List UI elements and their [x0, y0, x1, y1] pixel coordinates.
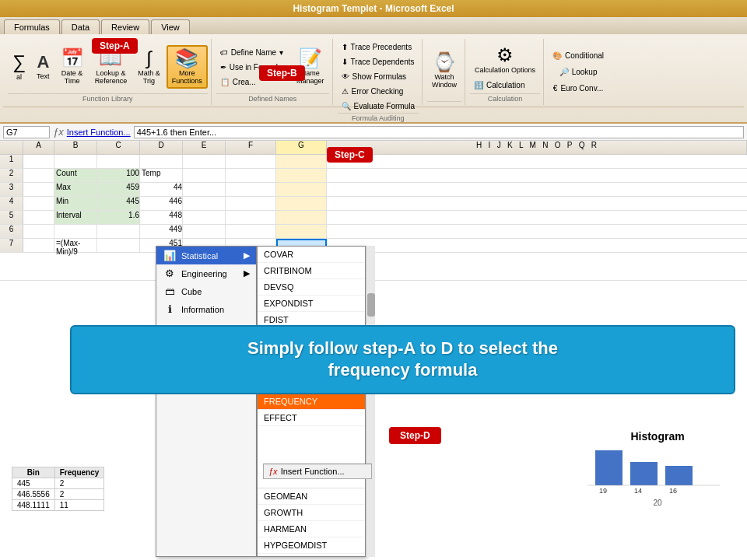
engineering-label: Engineering — [181, 269, 227, 278]
bar-1 — [595, 450, 622, 485]
trace-prec-label: Trace Precedents — [351, 43, 412, 51]
func-scrollbar[interactable] — [366, 246, 375, 557]
col-header-f: F — [226, 141, 276, 154]
statistical-arrow: ▶ — [244, 250, 250, 261]
freq-2: 2 — [54, 489, 104, 500]
cube-label: Cube — [181, 287, 202, 296]
bin-header: Bin — [12, 467, 55, 478]
math-label: Math & Trig — [138, 69, 160, 85]
grid-row-5: 5 Interval 1.6 448 — [0, 211, 747, 225]
func-list: COVAR CRITBINOM DEVSQ EXPONDIST FDIST FI… — [257, 246, 366, 557]
evaluate-icon: 🔍 — [342, 102, 351, 110]
datetime-button[interactable]: 📅 Date & Time — [56, 46, 89, 88]
func-item-devsq[interactable]: DEVSQ — [258, 279, 365, 296]
func-item-geomean[interactable]: GEOMEAN — [258, 488, 365, 505]
text-button[interactable]: A Text — [32, 51, 54, 83]
histogram-title: Histogram — [580, 430, 735, 443]
trace-dependents-button[interactable]: ⬇ Trace Dependents — [338, 55, 419, 68]
use-in-formula-icon: ✒ — [220, 63, 226, 72]
calculation-button[interactable]: 🔢 Calculation — [470, 79, 540, 92]
func-item-effect[interactable]: EFFECT — [258, 410, 365, 426]
more-functions-button[interactable]: 📚 More Functions — [167, 45, 208, 89]
watch-window-button[interactable]: ⌚ Watch Window — [427, 50, 461, 92]
func-list-spacer — [258, 426, 365, 488]
col-header-rest: H I J K L M N O P Q R — [327, 141, 747, 154]
count-label-cell[interactable]: Count — [54, 169, 97, 182]
bin-1: 445 — [12, 478, 55, 489]
func-item-harmean[interactable]: HARMEAN — [258, 521, 365, 537]
conditional-button[interactable]: 🎨 Conditional — [549, 49, 608, 62]
autosum-icon: ∑ — [12, 53, 26, 72]
temp-label-cell: Temp — [140, 169, 183, 182]
bar-label-3: 16 — [669, 487, 677, 495]
min-val-cell[interactable]: 445 — [97, 197, 140, 210]
trace-prec-icon: ⬆ — [342, 43, 348, 51]
interval-label-cell[interactable]: Interval — [54, 211, 97, 224]
autosum-button[interactable]: ∑ al — [8, 50, 30, 84]
math-trig-button[interactable]: ∫ Math & Trig — [133, 46, 165, 88]
submenu-item-cube[interactable]: 🗃 Cube — [156, 282, 256, 300]
min-label-cell[interactable]: Min — [54, 197, 97, 210]
max-label-cell[interactable]: Max — [54, 183, 97, 196]
banner-text: Simply follow step-A to D to select the … — [87, 338, 718, 382]
max-val-cell[interactable]: 459 — [97, 183, 140, 196]
insert-function-button[interactable]: ƒx Insert Function... — [263, 464, 372, 479]
show-formulas-button[interactable]: 👁 Show Formulas — [338, 70, 419, 83]
watch-icon: ⌚ — [433, 53, 456, 72]
text-icon: A — [37, 54, 49, 71]
func-item-critbinom[interactable]: CRITBINOM — [258, 263, 365, 279]
count-val-cell[interactable]: 100 — [97, 169, 140, 182]
func-item-frequency[interactable]: FREQUENCY — [258, 394, 365, 410]
trace-precedents-button[interactable]: ⬆ Trace Precedents — [338, 40, 419, 54]
evaluate-formula-button[interactable]: 🔍 Evaluate Formula — [338, 100, 419, 113]
tab-formulas[interactable]: Formulas — [4, 19, 60, 34]
formula-input[interactable] — [134, 126, 744, 138]
watch-label: Watch Window — [432, 73, 457, 89]
error-checking-button[interactable]: ⚠ Error Checking — [338, 85, 419, 98]
bar-label-2: 14 — [634, 487, 642, 495]
corner-cell — [0, 141, 23, 154]
evaluate-label: Evaluate Formula — [354, 102, 415, 110]
euro-convert-button[interactable]: € Euro Conv... — [549, 82, 607, 95]
grid-row-3: 3 Max 459 44 — [0, 183, 747, 197]
insert-function-link[interactable]: Insert Function... — [67, 128, 131, 137]
table-row-1: 445 2 — [12, 478, 104, 489]
submenu-item-engineering[interactable]: ⚙ Engineering ▶ — [156, 264, 256, 282]
watch-window-group: ⌚ Watch Window — [424, 39, 465, 105]
title-bar: Histogram Templet - Microsoft Excel — [0, 0, 747, 17]
submenu-item-statistical[interactable]: 📊 Statistical ▶ — [156, 247, 256, 264]
bar-label-1: 19 — [599, 487, 607, 495]
interval-val-cell[interactable]: 1.6 — [97, 211, 140, 224]
define-name-button[interactable]: 🏷 Define Name ▾ — [216, 46, 287, 59]
formula-icon: ƒx — [53, 126, 64, 138]
func-item-hypgeomdist[interactable]: HYPGEOMDIST — [258, 537, 365, 554]
create-label: Crea... — [233, 78, 256, 86]
tab-review[interactable]: Review — [101, 19, 149, 34]
tab-data[interactable]: Data — [61, 19, 100, 34]
tab-bar: Formulas Data Review View — [0, 17, 747, 34]
submenu-item-information[interactable]: ℹ Information — [156, 300, 256, 318]
more-functions-label: More Functions — [172, 69, 202, 85]
statistical-label: Statistical — [181, 251, 218, 261]
bar-2 — [630, 462, 658, 485]
func-item-growth[interactable]: GROWTH — [258, 505, 365, 521]
right-ribbon-group: 🎨 Conditional 🔎 Lookup € Euro Conv... — [545, 39, 611, 105]
lookup-right-label: Lookup — [572, 68, 598, 76]
calculation-options-button[interactable]: ⚙ Calculation Options — [470, 43, 540, 77]
name-box[interactable] — [3, 126, 50, 138]
conditional-icon: 🎨 — [552, 51, 562, 60]
function-library-label: Function Library — [8, 93, 208, 103]
scrollbar-thumb[interactable] — [367, 293, 375, 317]
bar-3 — [665, 466, 693, 485]
func-item-intercept[interactable]: INTERCEPT — [258, 554, 365, 557]
freq-header: Frequency — [54, 467, 104, 478]
tab-view[interactable]: View — [151, 19, 190, 34]
statistical-icon: 📊 — [163, 250, 177, 261]
func-item-covar[interactable]: COVAR — [258, 247, 365, 263]
lookup-right-button[interactable]: 🔎 Lookup — [556, 65, 601, 79]
func-item-expondist[interactable]: EXPONDIST — [258, 296, 365, 312]
freq-1: 2 — [54, 478, 104, 489]
submenu: 📊 Statistical ▶ ⚙ Engineering ▶ 🗃 Cube ℹ… — [156, 246, 257, 557]
calculation-label: Calculation — [470, 93, 540, 103]
insert-function-label: Insert Function... — [281, 467, 345, 476]
